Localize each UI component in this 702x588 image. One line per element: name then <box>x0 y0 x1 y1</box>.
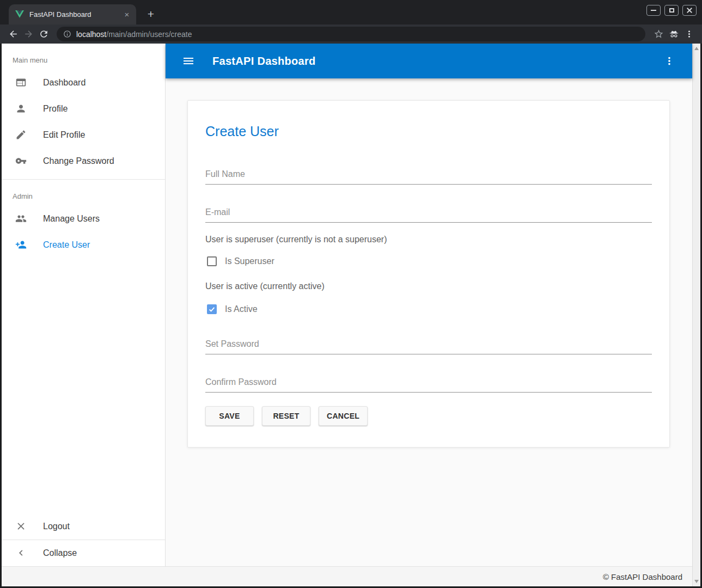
browser-tab[interactable]: FastAPI Dashboard × <box>9 4 136 24</box>
key-icon <box>15 155 28 168</box>
sidebar-item-edit-profile[interactable]: Edit Profile <box>2 122 165 148</box>
appbar-title: FastAPI Dashboard <box>212 55 316 68</box>
active-helper-text: User is active (currently active) <box>205 281 652 291</box>
sidebar-item-label: Collapse <box>43 548 77 558</box>
tab-title: FastAPI Dashboard <box>29 10 122 19</box>
url-host: localhost <box>76 30 106 39</box>
sidebar-item-collapse[interactable]: Collapse <box>2 540 165 566</box>
scrollbar-down-arrow-icon[interactable] <box>694 580 699 583</box>
vue-favicon-icon <box>15 10 24 19</box>
edit-icon <box>15 128 28 142</box>
reload-button[interactable] <box>36 27 51 42</box>
dashboard-icon <box>15 76 28 89</box>
sidebar-item-label: Logout <box>43 522 70 531</box>
chevron-left-icon <box>15 547 28 560</box>
people-icon <box>15 212 28 225</box>
sidebar-item-create-user[interactable]: Create User <box>2 232 165 258</box>
hamburger-menu-icon[interactable] <box>178 50 199 72</box>
tab-close-icon[interactable]: × <box>122 10 132 20</box>
logout-x-icon <box>15 520 28 533</box>
browser-window: FastAPI Dashboard × + localhost/main/adm… <box>0 0 702 588</box>
close-icon <box>687 8 692 13</box>
sidebar-item-label: Edit Profile <box>43 130 85 140</box>
email-field[interactable] <box>205 206 652 223</box>
window-close-button[interactable] <box>682 5 697 16</box>
sidebar-item-profile[interactable]: Profile <box>2 96 165 122</box>
sidebar-item-label: Create User <box>43 240 90 250</box>
browser-tab-bar: FastAPI Dashboard × + <box>0 0 702 24</box>
sidebar-section-main-menu: Main menu <box>2 44 165 70</box>
person-icon <box>15 102 28 115</box>
superuser-helper-text: User is superuser (currently is not a su… <box>205 235 652 244</box>
person-add-icon <box>15 238 28 252</box>
browser-menu-kebab-icon[interactable] <box>681 27 697 42</box>
window-controls <box>646 5 697 16</box>
page-title: Create User <box>205 124 652 139</box>
sidebar-item-manage-users[interactable]: Manage Users <box>2 206 165 232</box>
is-active-label: Is Active <box>225 304 258 314</box>
sidebar-item-label: Profile <box>43 104 68 114</box>
is-active-checkbox[interactable] <box>207 304 217 314</box>
is-superuser-checkbox-row[interactable]: Is Superuser <box>205 256 652 266</box>
cancel-button[interactable]: CANCEL <box>319 406 368 426</box>
main-area: FastAPI Dashboard Create User <box>166 44 692 566</box>
appbar-kebab-icon[interactable] <box>658 50 680 72</box>
site-info-icon[interactable] <box>63 30 71 38</box>
scrollbar-up-arrow-icon[interactable] <box>694 47 699 50</box>
new-tab-button[interactable]: + <box>143 6 159 22</box>
full-name-field[interactable] <box>205 168 652 185</box>
bookmark-star-icon[interactable] <box>651 27 666 42</box>
sidebar-spacer <box>2 258 165 513</box>
sidebar-item-label: Manage Users <box>43 214 100 224</box>
reset-button[interactable]: RESET <box>262 406 310 426</box>
maximize-icon <box>669 8 674 13</box>
set-password-field[interactable] <box>205 338 652 354</box>
sidebar-item-dashboard[interactable]: Dashboard <box>2 70 165 96</box>
is-superuser-checkbox[interactable] <box>207 256 217 266</box>
content-area: Create User User is superuser (currently… <box>166 78 692 566</box>
is-superuser-label: Is Superuser <box>225 256 274 266</box>
footer-copyright: © FastAPI Dashboard <box>603 572 682 581</box>
url-path: /main/admin/users/create <box>106 30 192 39</box>
confirm-password-field[interactable] <box>205 376 652 393</box>
is-active-checkbox-row[interactable]: Is Active <box>205 304 652 314</box>
window-minimize-button[interactable] <box>646 5 661 16</box>
sidebar-section-admin: Admin <box>2 180 165 206</box>
sidebar-item-change-password[interactable]: Change Password <box>2 148 165 174</box>
browser-toolbar: localhost/main/admin/users/create <box>0 24 702 44</box>
address-bar[interactable]: localhost/main/admin/users/create <box>57 27 645 41</box>
minimize-icon <box>651 10 656 11</box>
sidebar-item-label: Change Password <box>43 156 114 166</box>
back-button[interactable] <box>5 27 21 42</box>
footer: © FastAPI Dashboard <box>2 566 692 586</box>
appbar: FastAPI Dashboard <box>166 44 692 78</box>
page: Main menu Dashboard Profile <box>2 44 700 586</box>
page-scrollbar[interactable] <box>692 44 700 586</box>
save-button[interactable]: SAVE <box>205 406 254 426</box>
sidebar-item-label: Dashboard <box>43 78 86 88</box>
incognito-icon <box>666 27 681 42</box>
window-maximize-button[interactable] <box>664 5 679 16</box>
sidebar: Main menu Dashboard Profile <box>2 44 166 566</box>
create-user-card: Create User User is superuser (currently… <box>187 100 670 448</box>
sidebar-item-logout[interactable]: Logout <box>2 513 165 540</box>
forward-button[interactable] <box>21 27 36 42</box>
